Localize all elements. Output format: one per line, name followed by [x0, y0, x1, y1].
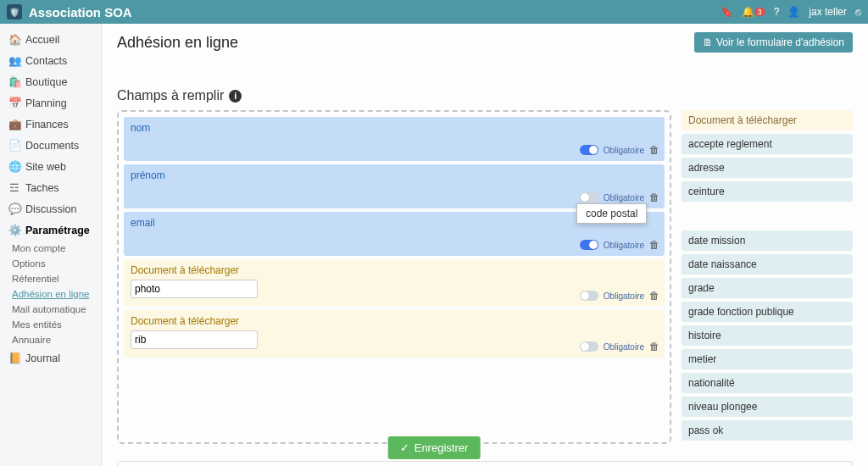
sidebar-subitem[interactable]: Options — [0, 256, 101, 271]
logout-icon[interactable]: ⎋ — [855, 6, 861, 18]
view-form-button[interactable]: 🗎 Voir le formulaire d'adhésion — [694, 32, 853, 53]
sidebar-item-site web[interactable]: 🌐Site web — [0, 156, 101, 177]
available-field[interactable]: accepte reglement — [682, 134, 853, 154]
main-content: Adhésion en ligne 🗎 Voir le formulaire d… — [102, 24, 868, 466]
sidebar-item-accueil[interactable]: 🏠Accueil — [0, 29, 101, 50]
sidebar-item-label: Accueil — [25, 34, 59, 46]
sidebar-item-icon: 📅 — [8, 97, 20, 109]
form-field-row[interactable]: emailObligatoire🗑 — [124, 212, 665, 256]
sidebar-item-label: Contacts — [25, 55, 67, 67]
obligatoire-toggle[interactable] — [580, 145, 598, 155]
info-icon[interactable]: i — [229, 90, 242, 103]
obligatoire-toggle[interactable] — [580, 192, 598, 202]
sidebar-item-label: Taches — [25, 182, 59, 194]
app-title: Association SOA — [29, 5, 132, 19]
obligatoire-toggle[interactable] — [580, 240, 598, 250]
save-button[interactable]: ✓ Enregistrer — [388, 436, 481, 459]
trash-icon[interactable]: 🗑 — [649, 144, 659, 156]
help-icon[interactable]: ? — [774, 6, 780, 18]
available-field[interactable]: pass ok — [682, 420, 853, 441]
available-field[interactable]: ceinture — [682, 181, 853, 202]
obligatoire-toggle[interactable] — [580, 291, 598, 301]
section-title: Champs à remplir i — [117, 88, 853, 103]
user-icon: 👤 — [787, 6, 800, 18]
form-field-row[interactable]: prénomObligatoire🗑 — [124, 164, 665, 208]
field-name: Document à télécharger — [131, 315, 658, 327]
sidebar-item-taches[interactable]: ☲Taches — [0, 177, 101, 198]
sidebar-item-contacts[interactable]: 👥Contacts — [0, 50, 101, 71]
topbar: 🛡️ Association SOA 🔖 🔔3 ? 👤 jax teller ⎋ — [0, 0, 868, 24]
available-field[interactable]: histoire — [682, 325, 853, 346]
obligatoire-label: Obligatoire — [604, 241, 644, 250]
sidebar-subitem[interactable]: Réferentiel — [0, 271, 101, 286]
notif-count: 3 — [754, 8, 765, 16]
rgpd-box: Message RGPD Les informations recueillie… — [117, 461, 853, 466]
form-field-row[interactable]: Document à téléchargerObligatoire🗑 — [124, 259, 665, 307]
bookmark-icon[interactable]: 🔖 — [721, 6, 733, 18]
obligatoire-label: Obligatoire — [604, 291, 644, 301]
form-field-row[interactable]: Document à téléchargerObligatoire🗑 — [124, 310, 665, 358]
obligatoire-label: Obligatoire — [604, 342, 644, 352]
available-fields: Document à téléchargeraccepte reglementa… — [682, 110, 853, 444]
page-title: Adhésion en ligne — [117, 34, 238, 52]
sidebar-item-paramétrage[interactable]: ⚙️Paramétrage — [0, 219, 101, 241]
save-label: Enregistrer — [415, 441, 469, 454]
sidebar-item-icon: ☲ — [8, 181, 20, 194]
sidebar-subitem[interactable]: Mail automatique — [0, 302, 101, 317]
form-fields-dropzone[interactable]: nomObligatoire🗑prénomObligatoire🗑emailOb… — [117, 110, 671, 444]
sidebar-item-journal[interactable]: 📙Journal — [0, 347, 101, 369]
available-field[interactable]: niveau plongee — [682, 397, 853, 417]
trash-icon[interactable]: 🗑 — [649, 239, 659, 251]
sidebar-item-icon: 📄 — [8, 139, 20, 152]
sidebar-subitem[interactable]: Adhésion en ligne — [0, 286, 101, 302]
sidebar-item-icon: 🏠 — [8, 33, 20, 46]
form-field-row[interactable]: nomObligatoire🗑 — [124, 117, 665, 161]
sidebar: 🏠Accueil👥Contacts🛍️Boutique📅Planning💼Fin… — [0, 24, 102, 466]
field-name: email — [131, 217, 658, 229]
sidebar-item-icon: 🌐 — [8, 160, 20, 173]
available-field[interactable]: metier — [682, 349, 853, 369]
sidebar-item-planning[interactable]: 📅Planning — [0, 92, 101, 114]
sidebar-item-documents[interactable]: 📄Documents — [0, 135, 101, 156]
trash-icon[interactable]: 🗑 — [649, 290, 659, 302]
sidebar-item-label: Finances — [25, 119, 69, 130]
trash-icon[interactable]: 🗑 — [649, 191, 659, 203]
available-field[interactable]: date naissance — [682, 254, 853, 275]
check-icon: ✓ — [400, 441, 409, 454]
sidebar-subitem[interactable]: Mon compte — [0, 241, 101, 256]
available-field[interactable]: grade fonction publique — [682, 302, 853, 322]
sidebar-item-label: Planning — [25, 97, 67, 109]
username[interactable]: jax teller — [809, 6, 847, 18]
sidebar-item-icon: 💼 — [8, 118, 20, 130]
sidebar-item-icon: 💬 — [8, 202, 20, 215]
sidebar-subitem[interactable]: Annuaire — [0, 332, 101, 347]
sidebar-item-label: Paramétrage — [25, 225, 90, 236]
field-name: nom — [131, 122, 658, 134]
section-title-text: Champs à remplir — [117, 88, 224, 103]
available-field[interactable]: adresse — [682, 158, 853, 178]
sidebar-item-icon: ⚙️ — [8, 224, 20, 236]
available-field[interactable]: nationalité — [682, 373, 853, 393]
sidebar-item-icon: 👥 — [8, 54, 20, 67]
document-name-input[interactable] — [131, 330, 258, 349]
sidebar-item-finances[interactable]: 💼Finances — [0, 114, 101, 135]
available-field[interactable]: Document à télécharger — [682, 110, 853, 130]
notifications-icon[interactable]: 🔔3 — [742, 6, 765, 18]
obligatoire-label: Obligatoire — [604, 193, 644, 202]
document-name-input[interactable] — [131, 280, 258, 298]
sidebar-item-label: Journal — [25, 352, 60, 364]
sidebar-item-boutique[interactable]: 🛍️Boutique — [0, 71, 101, 92]
sidebar-item-icon: 🛍️ — [8, 75, 20, 88]
field-name: prénom — [131, 169, 658, 181]
sidebar-subitem[interactable]: Mes entités — [0, 317, 101, 332]
field-name: Document à télécharger — [131, 264, 658, 276]
form-icon: 🗎 — [703, 36, 713, 48]
app-logo: 🛡️ — [7, 4, 22, 19]
obligatoire-toggle[interactable] — [580, 341, 598, 352]
sidebar-item-label: Documents — [25, 140, 79, 152]
trash-icon[interactable]: 🗑 — [649, 341, 659, 352]
available-field[interactable]: grade — [682, 278, 853, 298]
sidebar-item-discussion[interactable]: 💬Discussion — [0, 198, 101, 219]
view-form-label: Voir le formulaire d'adhésion — [716, 36, 844, 48]
available-field[interactable]: date mission — [682, 230, 853, 251]
